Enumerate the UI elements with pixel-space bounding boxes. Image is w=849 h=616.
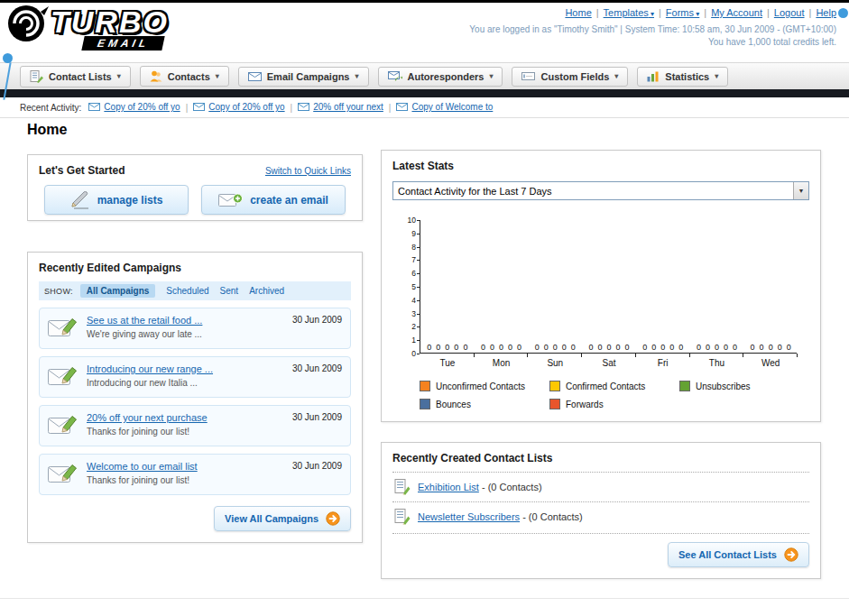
list-edit-icon xyxy=(394,509,411,525)
campaigns-tab-sent[interactable]: Sent xyxy=(220,286,239,296)
manage-lists-button[interactable]: manage lists xyxy=(44,185,189,215)
arrow-right-icon xyxy=(326,511,340,526)
contact-list-count: - (0 Contacts) xyxy=(520,511,583,522)
y-axis-label: 10 xyxy=(392,216,416,225)
custom-fields-icon xyxy=(521,71,535,81)
nav-tab-contact-lists[interactable]: Contact Lists▾ xyxy=(20,66,131,87)
chevron-down-icon: ▾ xyxy=(614,72,618,80)
chevron-down-icon: ▾ xyxy=(649,10,654,18)
x-axis-label: Tue xyxy=(420,358,475,368)
stats-title: Latest Stats xyxy=(392,160,809,172)
nav-tab-autoresponders[interactable]: Autoresponders▾ xyxy=(378,67,503,87)
campaigns-tab-all-campaigns[interactable]: All Campaigns xyxy=(80,284,155,298)
top-link-my-account[interactable]: My Account xyxy=(711,7,762,18)
campaigns-panel: Recently Edited Campaigns SHOW: All Camp… xyxy=(27,252,363,543)
stats-panel: Latest Stats Contact Activity for the La… xyxy=(381,150,821,422)
top-nav-separator: | xyxy=(704,7,706,18)
campaign-date: 30 Jun 2009 xyxy=(292,461,342,471)
recent-activity-link[interactable]: Copy of Welcome to xyxy=(411,102,493,112)
campaign-row[interactable]: Introducing our new range ...Introducing… xyxy=(39,356,351,398)
stats-period-select[interactable]: Contact Activity for the Last 7 Days ▼ xyxy=(392,181,809,200)
campaign-subtitle: We're giving away our late ... xyxy=(87,329,202,339)
chevron-down-icon: ▾ xyxy=(117,72,121,80)
contact-lists-footer: See All Contact Lists xyxy=(392,533,809,567)
app-logo: TURBO EMAIL xyxy=(7,5,169,51)
bar-value: 0 xyxy=(625,343,630,352)
bar-value: 0 xyxy=(697,343,701,352)
x-axis-tick xyxy=(743,354,743,357)
campaign-date: 30 Jun 2009 xyxy=(292,412,342,422)
recent-activity-link[interactable]: Copy of 20% off yo xyxy=(208,102,284,112)
recent-activity-separator: | xyxy=(389,103,392,113)
top-link-home[interactable]: Home xyxy=(565,7,591,18)
campaign-title-link[interactable]: Welcome to our email list xyxy=(87,461,198,472)
y-axis-label: 7 xyxy=(392,255,416,264)
recent-activity-separator: | xyxy=(186,103,189,113)
x-axis-tick xyxy=(474,354,475,357)
view-all-campaigns-button[interactable]: View All Campaigns xyxy=(214,506,351,531)
recent-activity-link[interactable]: 20% off your next xyxy=(313,102,383,112)
campaign-text: See us at the retail food ...We're givin… xyxy=(87,315,202,339)
top-link-forms[interactable]: Forms ▾ xyxy=(666,7,699,18)
page: TURBO EMAIL Home|Templates ▾|Forms ▾|My … xyxy=(0,3,849,118)
nav-tab-label: Email Campaigns xyxy=(267,71,350,82)
y-axis-label: 0 xyxy=(392,349,416,358)
campaign-row[interactable]: Welcome to our email listThanks for join… xyxy=(39,454,351,495)
chat-widget-dot-left[interactable] xyxy=(3,53,13,63)
bar-value: 0 xyxy=(787,343,791,352)
top-link-templates[interactable]: Templates ▾ xyxy=(604,7,654,18)
x-axis-tick xyxy=(527,354,528,357)
legend-item-unconfirmed-contacts: Unconfirmed Contacts xyxy=(420,381,549,391)
switch-quick-links-link[interactable]: Switch to Quick Links xyxy=(265,166,351,176)
bar-value: 0 xyxy=(606,343,611,352)
contact-list-row[interactable]: Exhibition List - (0 Contacts) xyxy=(392,472,809,501)
arrow-right-icon xyxy=(784,547,798,562)
nav-tab-email-campaigns[interactable]: Email Campaigns▾ xyxy=(238,67,369,87)
recent-activity-items: Copy of 20% off yo|Copy of 20% off yo|20… xyxy=(88,102,493,113)
nav-tab-statistics[interactable]: Statistics▾ xyxy=(637,67,728,87)
nav-tab-label: Autoresponders xyxy=(408,71,484,82)
campaigns-tab-scheduled[interactable]: Scheduled xyxy=(166,286,208,296)
create-an-email-button[interactable]: create an email xyxy=(201,185,346,215)
top-link-logout[interactable]: Logout xyxy=(774,7,805,18)
bar-value: 0 xyxy=(751,343,755,352)
campaign-title-link[interactable]: See us at the retail food ... xyxy=(87,315,202,326)
campaign-text: Welcome to our email listThanks for join… xyxy=(87,461,198,485)
button-label: create an email xyxy=(250,194,328,207)
contact-list-row[interactable]: Newsletter Subscribers - (0 Contacts) xyxy=(392,501,809,531)
campaign-row[interactable]: See us at the retail food ...We're givin… xyxy=(39,308,351,349)
credits-info: You have 1,000 total credits left. xyxy=(469,37,836,47)
bar-value: 0 xyxy=(769,343,773,352)
campaign-row[interactable]: 20% off your next purchaseThanks for joi… xyxy=(39,405,351,446)
nav-tab-contacts[interactable]: Contacts▾ xyxy=(140,66,229,87)
see-all-contact-lists-button[interactable]: See All Contact Lists xyxy=(668,542,809,567)
chevron-down-icon: ▾ xyxy=(694,10,699,18)
nav-tab-label: Contacts xyxy=(168,71,210,82)
campaigns-tab-archived[interactable]: Archived xyxy=(249,286,284,296)
top-nav-separator: | xyxy=(659,7,661,18)
legend-swatch xyxy=(679,381,690,391)
legend-item-unsubscribes: Unsubscribes xyxy=(679,381,809,391)
contact-list-link[interactable]: Exhibition List xyxy=(418,482,479,492)
get-started-title: Let's Get Started xyxy=(39,164,125,177)
y-axis-tick xyxy=(417,314,420,315)
top-link-help[interactable]: Help xyxy=(816,7,836,18)
bar-group-values: 00000 xyxy=(475,343,529,352)
y-axis-tick xyxy=(417,287,420,288)
see-all-contact-lists-label: See All Contact Lists xyxy=(678,549,777,560)
contacts-icon xyxy=(150,70,162,82)
contact-list-count: - (0 Contacts) xyxy=(479,482,542,492)
nav-tab-custom-fields[interactable]: Custom Fields▾ xyxy=(512,67,628,87)
bar-value: 0 xyxy=(454,343,458,352)
contact-list-link[interactable]: Newsletter Subscribers xyxy=(418,511,520,522)
legend-item-bounces: Bounces xyxy=(420,399,549,409)
bar-value: 0 xyxy=(706,343,710,352)
campaign-title-link[interactable]: 20% off your next purchase xyxy=(87,412,208,423)
x-axis-tick xyxy=(635,354,636,357)
campaign-title-link[interactable]: Introducing our new range ... xyxy=(87,363,213,374)
stats-chart: 01234567891000000Tue00000Mon00000Sun0000… xyxy=(392,215,809,372)
logo-turbo-text: TURBO xyxy=(51,5,169,40)
recent-activity-link[interactable]: Copy of 20% off yo xyxy=(104,102,180,112)
create-email-icon xyxy=(218,192,243,207)
chat-widget-dot-right[interactable] xyxy=(838,8,848,18)
